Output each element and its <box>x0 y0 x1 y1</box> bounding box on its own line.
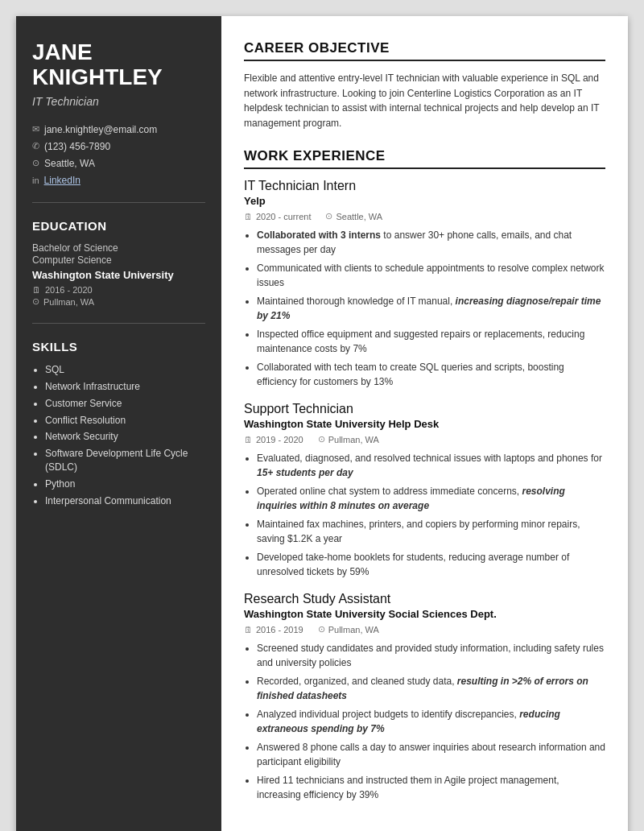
job-2: Support Technician Washington State Univ… <box>244 402 605 579</box>
job-2-dates: 🗓 2019 - 2020 <box>244 434 303 444</box>
edu-location: Pullman, WA <box>43 297 94 307</box>
email-icon: ✉ <box>32 124 39 134</box>
job-3-bullet-5: Hired 11 technicians and instructed them… <box>257 773 605 802</box>
skill-item: Interpersonal Communication <box>45 494 205 508</box>
skill-item: Conflict Resolution <box>45 414 205 428</box>
job-1-bullet-5: Collaborated with tech team to create SQ… <box>257 360 605 389</box>
calendar-icon: 🗓 <box>32 285 41 295</box>
skill-item: Customer Service <box>45 397 205 411</box>
sidebar-divider-2 <box>32 323 205 324</box>
job-3: Research Study Assistant Washington Stat… <box>244 592 605 802</box>
edu-dates: 2016 - 2020 <box>45 285 93 295</box>
job-3-bullet-2: Recorded, organized, and cleaned study d… <box>257 674 605 703</box>
job-2-bullet-1: Evaluated, diagnosed, and resolved techn… <box>257 451 605 480</box>
main-content: CAREER OBJECTIVE Flexible and attentive … <box>221 16 628 831</box>
job-3-meta: 🗓 2016 - 2019 ⊙ Pullman, WA <box>244 624 605 635</box>
candidate-name: JANE KNIGHTLEY <box>32 40 205 90</box>
job-2-company: Washington State University Help Desk <box>244 418 605 430</box>
work-experience-title: WORK EXPERIENCE <box>244 148 605 169</box>
edu-location-icon: ⊙ <box>32 296 39 307</box>
job-3-location: ⊙ Pullman, WA <box>318 624 379 635</box>
career-objective-title: CAREER OBJECTIVE <box>244 40 605 61</box>
job-1: IT Technician Intern Yelp 🗓 2020 - curre… <box>244 179 605 389</box>
edu-dates-row: 🗓 2016 - 2020 <box>32 285 205 295</box>
job-2-calendar-icon: 🗓 <box>244 435 253 444</box>
job-2-meta: 🗓 2019 - 2020 ⊙ Pullman, WA <box>244 434 605 444</box>
job-2-bullet-3: Maintained fax machines, printers, and c… <box>257 517 605 546</box>
sidebar: JANE KNIGHTLEY IT Technician ✉ jane.knig… <box>16 16 221 831</box>
job-3-bullet-4: Answered 8 phone calls a day to answer i… <box>257 740 605 769</box>
edu-meta: 🗓 2016 - 2020 ⊙ Pullman, WA <box>32 285 205 307</box>
linkedin-icon: in <box>32 176 39 185</box>
edu-school: Washington State University <box>32 269 205 282</box>
skill-item: Network Infrastructure <box>45 380 205 394</box>
job-1-bullets: Collaborated with 3 interns to answer 30… <box>244 228 605 389</box>
job-3-location-icon: ⊙ <box>318 624 325 635</box>
job-2-location-icon: ⊙ <box>318 434 325 444</box>
job-1-dates: 🗓 2020 - current <box>244 211 311 221</box>
candidate-title: IT Technician <box>32 95 205 108</box>
phone-icon: ✆ <box>32 141 39 151</box>
job-3-bullet-1: Screened study candidates and provided s… <box>257 641 605 670</box>
job-3-title: Research Study Assistant <box>244 592 605 606</box>
career-objective-text: Flexible and attentive entry-level IT te… <box>244 71 605 130</box>
skill-item: SQL <box>45 363 205 377</box>
job-3-dates: 🗓 2016 - 2019 <box>244 624 303 635</box>
resume-container: JANE KNIGHTLEY IT Technician ✉ jane.knig… <box>16 16 628 831</box>
job-1-bullet-2: Communicated with clients to schedule ap… <box>257 261 605 290</box>
job-3-bullet-3: Analyzed individual project budgets to i… <box>257 707 605 736</box>
job-3-calendar-icon: 🗓 <box>244 625 253 635</box>
skills-section-title: SKILLS <box>32 340 205 353</box>
job-1-bullet-1: Collaborated with 3 interns to answer 30… <box>257 228 605 257</box>
edu-location-row: ⊙ Pullman, WA <box>32 296 205 307</box>
edu-degree: Bachelor of Science <box>32 242 205 254</box>
skills-list: SQLNetwork InfrastructureCustomer Servic… <box>32 363 205 507</box>
job-2-title: Support Technician <box>244 402 605 416</box>
job-2-location: ⊙ Pullman, WA <box>318 434 379 444</box>
contact-location: ⊙ Seattle, WA <box>32 158 205 169</box>
location-icon: ⊙ <box>32 158 39 168</box>
contact-email: ✉ jane.knightley@email.com <box>32 124 205 135</box>
sidebar-divider-1 <box>32 202 205 203</box>
job-1-bullet-4: Inspected office equipment and suggested… <box>257 327 605 356</box>
job-2-bullet-4: Developed take-home booklets for student… <box>257 550 605 579</box>
contact-linkedin[interactable]: in LinkedIn <box>32 175 205 186</box>
contact-list: ✉ jane.knightley@email.com ✆ (123) 456-7… <box>32 124 205 186</box>
job-1-meta: 🗓 2020 - current ⊙ Seattle, WA <box>244 211 605 221</box>
job-1-location-icon: ⊙ <box>325 211 332 221</box>
job-1-company: Yelp <box>244 195 605 207</box>
skill-item: Python <box>45 478 205 491</box>
job-3-company: Washington State University Social Scien… <box>244 608 605 620</box>
contact-phone: ✆ (123) 456-7890 <box>32 141 205 152</box>
skill-item: Software Development Life Cycle (SDLC) <box>45 447 205 474</box>
education-section-title: EDUCATION <box>32 219 205 233</box>
edu-field: Computer Science <box>32 254 205 266</box>
job-2-bullets: Evaluated, diagnosed, and resolved techn… <box>244 451 605 579</box>
job-1-title: IT Technician Intern <box>244 179 605 193</box>
job-2-bullet-2: Operated online chat system to address i… <box>257 484 605 513</box>
job-3-bullets: Screened study candidates and provided s… <box>244 641 605 802</box>
job-1-location: ⊙ Seattle, WA <box>325 211 382 221</box>
job-1-bullet-3: Maintained thorough knowledge of IT manu… <box>257 294 605 323</box>
job-1-calendar-icon: 🗓 <box>244 212 253 221</box>
skill-item: Network Security <box>45 430 205 444</box>
